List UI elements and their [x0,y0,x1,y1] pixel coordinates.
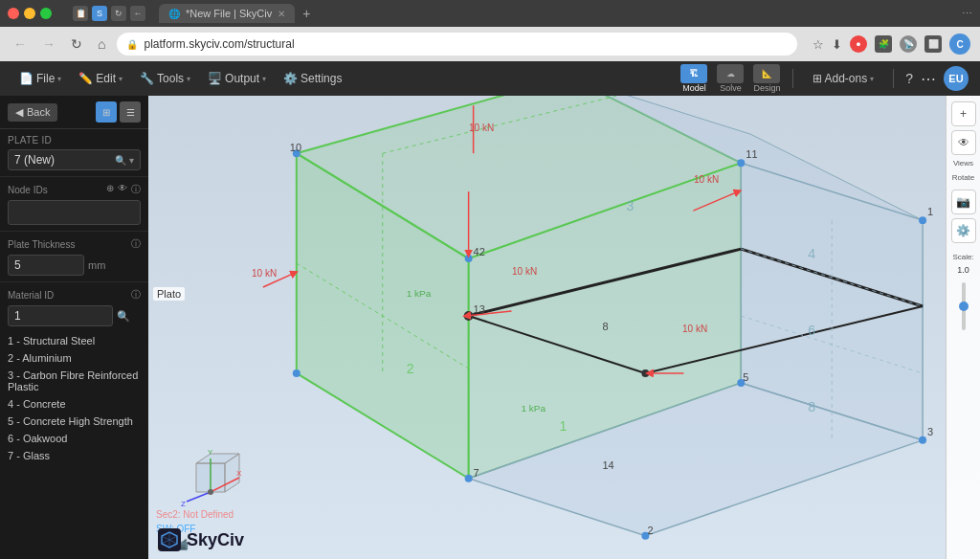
force-label-right-top: 10 kN [694,174,719,185]
plate-id-field[interactable]: 7 (New) 🔍 ▾ [8,149,141,170]
solve-icon: ☁ [717,64,744,83]
menu-output-label: Output [225,72,259,85]
menu-settings[interactable]: ⚙️ Settings [276,68,349,89]
svg-text:8: 8 [808,399,815,414]
material-item-6[interactable]: 6 - Oakwood [8,430,141,447]
ext-cast-icon[interactable]: 📡 [900,35,917,53]
profile-icon-red[interactable]: ● [850,35,867,53]
add-tab-button[interactable]: + [302,6,310,21]
svg-line-62 [187,492,211,502]
rotate-button[interactable]: Rotate [952,173,975,182]
node-ids-label: Node IDs [8,185,48,195]
grid-view-button[interactable]: ⊞ [96,101,117,123]
menu-output[interactable]: 🖥️ Output ▾ [200,68,274,89]
structure-3d-svg: 11 1 3 2 42 7 10 13 5 8 14 2 1 4 6 8 3 [148,96,980,559]
list-view-button[interactable]: ☰ [120,101,141,123]
node-ids-copy-icon[interactable]: ⊕ [106,183,114,196]
help-button[interactable]: ? [905,71,913,86]
menu-edit[interactable]: ✏️ Edit ▾ [71,68,130,89]
views-button[interactable]: Views [953,159,973,168]
scale-slider[interactable] [962,282,966,330]
apps-grid-button[interactable]: ⋯ [921,70,936,88]
node-ids-header: Node IDs ⊕ 👁 ⓘ [8,183,141,196]
bookmark-icon[interactable]: ☆ [813,37,824,52]
eye-visibility-button[interactable]: 👁 [951,130,976,155]
material-item-4[interactable]: 4 - Concrete [8,395,141,413]
thickness-info-icon[interactable]: ⓘ [131,237,141,251]
material-item-5[interactable]: 5 - Concrete High Strength [8,413,141,430]
ext-window-icon[interactable]: ⬜ [924,35,942,53]
maximize-button[interactable] [40,8,52,19]
svg-text:10: 10 [290,142,301,153]
plate-thickness-section: Plate Thickness ⓘ mm [0,232,148,282]
scale-slider-handle[interactable] [959,302,969,311]
tab-close-icon[interactable]: ✕ [278,9,285,19]
zoom-in-button[interactable]: + [951,101,976,126]
thickness-input[interactable] [8,255,84,276]
model-tab[interactable]: 🏗 Model [680,64,707,93]
ext-icon-2[interactable]: S [92,6,107,21]
nav-forward-button[interactable]: → [38,34,59,54]
plato-label: Plato [153,287,185,301]
back-arrow-icon: ◀ [15,106,23,119]
skyciv-logo-icon [158,528,181,551]
svg-text:1: 1 [560,418,568,434]
svg-text:3: 3 [927,426,933,437]
svg-text:1 kPa: 1 kPa [522,403,546,414]
material-item-7[interactable]: 7 - Glass [8,447,141,464]
svg-point-30 [641,369,649,377]
close-button[interactable] [8,8,19,19]
svg-text:Z: Z [181,500,186,508]
profile-avatar[interactable]: C [949,34,970,55]
back-button[interactable]: ◀ Back [8,103,57,122]
thickness-unit: mm [88,259,105,271]
node-ids-input[interactable] [8,200,141,225]
material-item-3[interactable]: 3 - Carbon Fibre Reinforced Plastic [8,367,141,395]
thickness-row: mm [8,255,141,276]
menu-file[interactable]: 📄 File ▾ [11,68,69,89]
nav-home-button[interactable]: ⌂ [94,34,109,54]
solve-tab[interactable]: ☁ Solve [717,64,744,93]
ext-icon-3[interactable]: ↻ [111,6,126,21]
viewport-3d[interactable]: 11 1 3 2 42 7 10 13 5 8 14 2 1 4 6 8 3 [148,96,980,559]
back-label: Back [27,106,50,118]
material-search-icon[interactable]: 🔍 [117,310,130,323]
nav-back-button[interactable]: ← [10,34,31,54]
ext-icon-1[interactable]: 📋 [73,6,88,21]
nav-reload-button[interactable]: ↻ [67,34,86,54]
material-item-2[interactable]: 2 - Aluminium [8,349,141,367]
browser-tab-skyciv: 🌐 *New File | SkyCiv ✕ [159,4,295,23]
menu-file-label: File [36,72,55,85]
sidebar-panel: ◀ Back ⊞ ☰ Plate ID 7 (New) 🔍 ▾ Node IDs [0,96,148,559]
node-ids-eye-icon[interactable]: 👁 [118,183,127,196]
svg-text:X: X [236,469,242,478]
ext-icon-4[interactable]: ← [130,6,145,21]
node-ids-info-icon[interactable]: ⓘ [131,183,141,196]
browser-window-actions: ⋯ [962,8,972,20]
user-avatar[interactable]: EU [944,66,969,91]
material-id-input[interactable] [8,305,113,326]
svg-text:7: 7 [474,467,479,479]
browser-tabs: 📋 S ↻ ← 🌐 *New File | SkyCiv ✕ + [65,4,310,23]
download-icon[interactable]: ⬇ [832,37,842,52]
search-icon[interactable]: 🔍 [115,155,126,166]
addons-arrow: ▾ [870,75,874,83]
camera-button[interactable]: 📷 [951,190,976,214]
svg-point-23 [293,369,301,377]
design-tab[interactable]: 📐 Design [753,64,780,93]
menu-tools[interactable]: 🔧 Tools ▾ [132,68,198,89]
chevron-down-icon[interactable]: ▾ [129,155,134,166]
file-icon: 📄 [19,72,33,85]
plate-id-section: Plate ID 7 (New) 🔍 ▾ [0,129,148,177]
force-label-top: 10 kN [469,123,494,133]
material-info-icon[interactable]: ⓘ [131,288,141,302]
tools-icon: 🔧 [140,72,154,85]
settings-right-button[interactable]: ⚙️ [951,218,976,243]
addons-button[interactable]: ⊞ Add-ons ▾ [805,68,882,89]
ext-puzzle-icon[interactable]: 🧩 [875,35,892,53]
url-bar[interactable]: 🔒 platform.skyciv.com/structural [117,33,797,56]
model-label: Model [682,83,706,93]
window-minimize[interactable]: ⋯ [962,8,972,20]
minimize-button[interactable] [24,8,35,19]
material-item-1[interactable]: 1 - Structural Steel [8,332,141,349]
